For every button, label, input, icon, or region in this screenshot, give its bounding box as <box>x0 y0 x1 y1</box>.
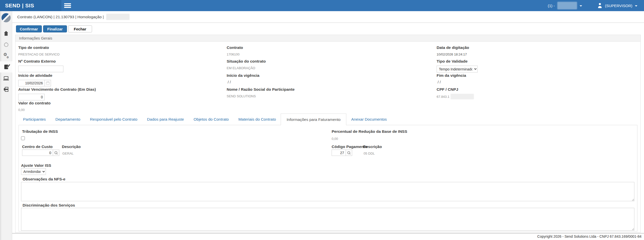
field-fim-vigencia: Fim da vigência / / <box>437 73 466 84</box>
home-icon <box>4 31 8 36</box>
field-label: Contrato <box>227 45 243 50</box>
field-value: / / <box>227 80 231 84</box>
sidebar-item-print[interactable] <box>0 84 12 95</box>
discriminacao-servicos-textarea[interactable] <box>21 208 634 231</box>
field-num-contrato-externo: Nº Contrato Externo <box>18 59 63 72</box>
header-right-area: (1) - (SUPERVISOR) <box>548 0 637 11</box>
field-situacao-contrato: Situação do contrato EM ELABORAÇÃO <box>227 59 266 70</box>
app-title: SEND | SIS <box>5 0 34 11</box>
centro-custo-descricao-label: Descrição <box>62 144 81 149</box>
percentual-reducao-value: 0,00 <box>332 137 338 141</box>
breadcrumb: Contrato (LANCON) | 21.130793 | Homologa… <box>17 15 104 19</box>
field-label: Data de digitação <box>437 45 469 50</box>
gears-icon: ⚙⚙ <box>4 53 9 58</box>
field-valor-contrato: Valor do contrato 0,00 <box>18 101 50 112</box>
codigo-pagamento-search-button[interactable] <box>346 150 352 156</box>
finalize-button[interactable]: Finalizar <box>43 25 67 32</box>
field-value: EM ELABORAÇÃO <box>227 66 255 70</box>
centro-custo-input[interactable] <box>22 150 53 156</box>
toolbar: Confirmar Finalizar Fechar <box>16 25 92 32</box>
observacoes-nfse-label: Observações da NFS-e <box>23 177 65 181</box>
tab-departamento[interactable]: Departamento <box>51 114 85 125</box>
unit-prefix-label: (1) - <box>548 4 555 8</box>
field-label: Valor do contrato <box>18 101 50 105</box>
observacoes-nfse-textarea[interactable] <box>21 182 634 201</box>
field-label: Fim da vigência <box>437 73 466 78</box>
field-tipo-de-contrato: Tipo de contrato PRESTACAO DE SERVICO <box>18 45 60 57</box>
app-logo <box>2 13 11 22</box>
field-label: Início de atividade <box>18 73 52 78</box>
field-label: Tipo de Validade <box>437 59 478 64</box>
tab-participantes[interactable]: Participantes <box>18 114 51 125</box>
brand-block: SEND | SIS <box>0 0 61 11</box>
sidebar-item-loader[interactable] <box>0 39 12 50</box>
redacted-unit-name <box>557 2 577 9</box>
tab-objetos-do-contrato[interactable]: Objetos do Contrato <box>189 114 234 125</box>
hamburger-menu-icon[interactable] <box>64 3 71 8</box>
field-value: PRESTACAO DE SERVICO <box>18 52 60 56</box>
field-label: Nº Contrato Externo <box>18 59 63 64</box>
sidebar-item-home[interactable] <box>0 28 12 39</box>
field-value: 1706100 <box>227 52 240 56</box>
field-avisar-vencimento: Avisar Vencimento do Contrato (Em Dias) <box>18 87 96 100</box>
ajuste-iss-select[interactable]: Arredondar <box>21 168 46 175</box>
search-icon <box>54 151 58 155</box>
field-value: 10/02/2026 18:24:17 <box>437 52 467 56</box>
tab-content-faturamento: Tributação de INSS Centro de Custo Descr… <box>19 125 637 231</box>
printer-icon <box>4 88 8 90</box>
field-inicio-vigencia: Início da vigência / / <box>227 73 259 84</box>
field-data-digitacao: Data de digitação 10/02/2026 18:24:17 <box>437 45 469 57</box>
sidebar-item-contract-edit[interactable] <box>0 61 12 72</box>
field-label: Nome / Razão Social do Participante <box>227 87 295 92</box>
field-label: Início da vigência <box>227 73 259 78</box>
loader-dots-icon <box>4 43 8 47</box>
field-label: Situação do contrato <box>227 59 266 64</box>
app-window: SEND | SIS (1) - (SUPERVISOR) ⚙⚙ <box>0 0 644 240</box>
edit-document-icon <box>4 65 8 69</box>
field-tipo-validade: Tipo de Validade Tempo Indeterminado <box>437 59 478 72</box>
sidebar: ⚙⚙ <box>0 11 12 240</box>
copyright-text: Copyright 2026 - Send Solutions Ltda - C… <box>537 234 641 238</box>
footer: Copyright 2026 - Send Solutions Ltda - C… <box>12 233 644 240</box>
close-button[interactable]: Fechar <box>68 25 92 32</box>
field-label: Tipo de contrato <box>18 45 60 50</box>
redacted-breadcrumb-segment <box>106 14 130 20</box>
tributacao-inss-checkbox[interactable] <box>21 136 25 140</box>
confirm-button[interactable]: Confirmar <box>16 25 42 32</box>
avisar-vencimento-input[interactable] <box>18 94 45 100</box>
search-icon <box>347 151 351 155</box>
field-value: 67.843.1 <box>437 95 450 99</box>
laptop-icon <box>4 76 8 79</box>
centro-custo-label: Centro de Custo <box>22 144 53 149</box>
tab-dados-para-reajuste[interactable]: Dados para Reajuste <box>142 114 189 125</box>
sidebar-item-settings[interactable]: ⚙⚙ <box>0 50 12 61</box>
centro-custo-search-button[interactable] <box>53 150 59 156</box>
sidebar-nav: ⚙⚙ <box>0 28 12 95</box>
field-value: / / <box>437 80 441 84</box>
inicio-atividade-input[interactable] <box>18 80 45 86</box>
sidebar-item-devices[interactable] <box>0 72 12 84</box>
field-participante: Nome / Razão Social do Participante SEND… <box>227 87 295 98</box>
tab-materiais-do-contrato[interactable]: Materiais do Contrato <box>234 114 281 125</box>
codigo-pagamento-input[interactable] <box>332 150 346 156</box>
discriminacao-servicos-label: Discriminação dos Serviços <box>23 203 75 208</box>
tipo-validade-select[interactable]: Tempo Indeterminado <box>437 66 478 72</box>
field-value: SEND SOLUTIONS <box>227 94 256 98</box>
num-contrato-externo-input[interactable] <box>18 66 63 72</box>
codigo-pagamento-descricao-label: Descrição <box>363 144 382 149</box>
tributacao-inss-label: Tributação de INSS <box>22 129 58 134</box>
tab-informacoes-para-faturamento[interactable]: Informações para Faturamento <box>281 114 346 125</box>
general-info-panel: Informações Gerais Tipo de contrato PRES… <box>15 35 641 233</box>
field-inicio-atividade: Início de atividade <box>18 73 52 86</box>
field-value: 0,00 <box>18 108 25 112</box>
codigo-pagamento-label: Código Pagamento <box>332 144 367 149</box>
field-label: Avisar Vencimento do Contrato (Em Dias) <box>18 87 96 92</box>
tab-bar: Participantes Departamento Responsável p… <box>18 114 637 125</box>
field-cpf-cnpj: CPF / CNPJ 67.843.1 <box>437 87 474 99</box>
tab-anexar-documentos[interactable]: Anexar Documentos <box>346 114 391 125</box>
chevron-down-icon[interactable] <box>580 5 582 7</box>
field-contrato: Contrato 1706100 <box>227 45 243 57</box>
chevron-down-icon[interactable] <box>635 5 637 7</box>
tab-responsavel-pelo-contrato[interactable]: Responsável pelo Contrato <box>85 114 142 125</box>
calendar-button[interactable] <box>44 80 51 86</box>
